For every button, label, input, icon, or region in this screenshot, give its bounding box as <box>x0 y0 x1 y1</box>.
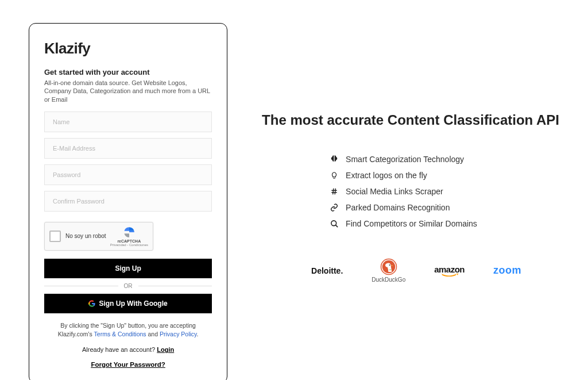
recaptcha-branding: reCAPTCHA Privacidad - Condiciones <box>110 226 148 247</box>
privacy-link[interactable]: Privacy Policy <box>160 331 197 337</box>
duckduckgo-label: DuckDuckGo <box>372 277 405 283</box>
feature-label: Find Competitors or Similar Domains <box>346 219 477 228</box>
duckduckgo-logo: DuckDuckGo <box>372 258 405 283</box>
feature-list: Smart Categorization Technology Extract … <box>330 155 559 228</box>
recaptcha-widget[interactable]: No soy un robot reCAPTCHA Privacidad - C… <box>44 222 153 251</box>
login-link[interactable]: Login <box>157 346 174 353</box>
terms-link[interactable]: Terms & Conditions <box>94 331 146 337</box>
feature-item: Parked Domains Recognition <box>330 203 559 212</box>
google-icon <box>88 300 95 307</box>
feature-item: Find Competitors or Similar Domains <box>330 219 559 228</box>
name-input[interactable] <box>44 112 212 132</box>
confirm-password-input[interactable] <box>44 191 212 212</box>
signup-google-label: Sign Up With Google <box>99 300 167 308</box>
feature-label: Extract logos on the fly <box>346 171 427 180</box>
feature-label: Social Media Links Scraper <box>346 187 443 196</box>
signup-card: Klazify Get started with your account Al… <box>29 23 227 380</box>
feature-item: Social Media Links Scraper <box>330 187 559 196</box>
brand-logo: Klazify <box>44 40 212 57</box>
amazon-smile-icon <box>435 273 464 277</box>
terms-text: By clicking the "Sign Up" button, you ar… <box>44 321 212 338</box>
feature-item: Extract logos on the fly <box>330 171 559 180</box>
feature-label: Parked Domains Recognition <box>346 203 450 212</box>
signup-button[interactable]: Sign Up <box>44 259 212 278</box>
headline: The most accurate Content Classification… <box>262 112 559 128</box>
password-input[interactable] <box>44 164 212 185</box>
recaptcha-icon <box>123 226 136 239</box>
bulb-icon <box>330 171 339 180</box>
signup-button-label: Sign Up <box>115 264 141 272</box>
recaptcha-label: No soy un robot <box>65 233 106 239</box>
signup-google-button[interactable]: Sign Up With Google <box>44 294 212 313</box>
forgot-password-link[interactable]: Forgot Your Password? <box>91 361 165 368</box>
or-text: OR <box>124 283 133 289</box>
marketing-panel: The most accurate Content Classification… <box>262 23 559 283</box>
card-description: All-in-one domain data source. Get Websi… <box>44 79 212 103</box>
recaptcha-checkbox[interactable] <box>49 231 61 242</box>
recaptcha-brand: reCAPTCHA <box>117 239 141 243</box>
feature-item: Smart Categorization Technology <box>330 155 559 164</box>
svg-point-0 <box>331 220 336 225</box>
amazon-text: amazon <box>434 265 465 274</box>
search-icon <box>330 220 339 228</box>
email-input[interactable] <box>44 138 212 159</box>
hash-icon <box>330 187 339 195</box>
customer-logos: Deloitte DuckDuckGo amazon <box>273 258 559 283</box>
zoom-logo: zoom <box>493 264 521 277</box>
card-subtitle: Get started with your account <box>44 68 212 76</box>
feature-label: Smart Categorization Technology <box>346 155 464 164</box>
forgot-password: Forgot Your Password? <box>44 361 212 368</box>
or-divider: OR <box>44 283 212 289</box>
deloitte-logo: Deloitte <box>311 266 343 275</box>
already-have-account: Already have an account? Login <box>44 346 212 353</box>
amazon-logo: amazon <box>434 265 465 277</box>
brain-icon <box>330 155 339 164</box>
svg-point-4 <box>389 264 390 266</box>
link-icon <box>330 204 339 212</box>
recaptcha-legal: Privacidad - Condiciones <box>110 243 148 247</box>
